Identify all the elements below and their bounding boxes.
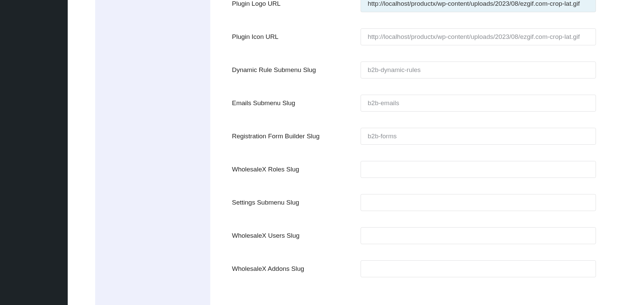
- label-registration-form-slug: Registration Form Builder Slug: [232, 133, 361, 140]
- input-plugin-logo-url[interactable]: [361, 0, 596, 12]
- form-row-plugin-icon-url: Plugin Icon URL: [232, 28, 596, 45]
- settings-form: Plugin Logo URL Plugin Icon URL Dynamic …: [210, 0, 618, 277]
- form-row-settings-slug: Settings Submenu Slug: [232, 194, 596, 211]
- input-plugin-icon-url[interactable]: [361, 28, 596, 45]
- form-row-wholesalex-users-slug: WholesaleX Users Slug: [232, 227, 596, 244]
- form-row-wholesalex-addons-slug: WholesaleX Addons Slug: [232, 260, 596, 277]
- label-plugin-logo-url: Plugin Logo URL: [232, 0, 361, 7]
- label-wholesalex-users-slug: WholesaleX Users Slug: [232, 232, 361, 239]
- label-emails-slug: Emails Submenu Slug: [232, 99, 361, 107]
- input-settings-slug[interactable]: [361, 194, 596, 211]
- form-row-registration-form-slug: Registration Form Builder Slug: [232, 128, 596, 145]
- input-wholesalex-roles-slug[interactable]: [361, 161, 596, 178]
- wp-admin-sidebar: [0, 0, 68, 305]
- input-wholesalex-addons-slug[interactable]: [361, 260, 596, 277]
- label-plugin-icon-url: Plugin Icon URL: [232, 33, 361, 41]
- main-content-area: Plugin Logo URL Plugin Icon URL Dynamic …: [210, 0, 618, 305]
- label-wholesalex-roles-slug: WholesaleX Roles Slug: [232, 166, 361, 173]
- input-registration-form-slug[interactable]: [361, 128, 596, 145]
- form-row-wholesalex-roles-slug: WholesaleX Roles Slug: [232, 161, 596, 178]
- input-wholesalex-users-slug[interactable]: [361, 227, 596, 244]
- settings-sidebar: [95, 0, 210, 305]
- input-emails-slug[interactable]: [361, 95, 596, 112]
- form-row-emails-slug: Emails Submenu Slug: [232, 95, 596, 112]
- label-wholesalex-addons-slug: WholesaleX Addons Slug: [232, 265, 361, 273]
- label-dynamic-rule-slug: Dynamic Rule Submenu Slug: [232, 66, 361, 74]
- input-dynamic-rule-slug[interactable]: [361, 62, 596, 78]
- form-row-plugin-logo-url: Plugin Logo URL: [232, 0, 596, 12]
- label-settings-slug: Settings Submenu Slug: [232, 199, 361, 206]
- form-row-dynamic-rule-slug: Dynamic Rule Submenu Slug: [232, 62, 596, 78]
